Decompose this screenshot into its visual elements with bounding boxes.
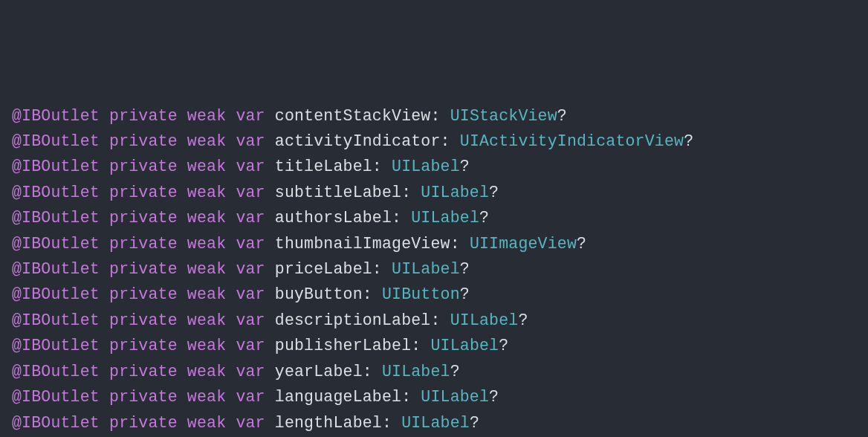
colon: :	[392, 209, 401, 227]
type-name: UILabel	[421, 388, 489, 406]
weak-keyword: weak	[187, 209, 226, 227]
optional-mark: ?	[460, 285, 470, 303]
optional-mark: ?	[479, 209, 489, 227]
variable-name: yearLabel	[275, 363, 363, 381]
weak-keyword: weak	[187, 132, 226, 150]
attribute-token: @IBOutlet	[12, 184, 100, 201]
type-name: UILabel	[430, 337, 499, 355]
code-line: @IBOutlet private weak var descriptionLa…	[12, 308, 868, 333]
type-name: UILabel	[401, 414, 470, 432]
colon: :	[401, 184, 411, 201]
variable-name: buyButton	[275, 285, 363, 303]
variable-name: lengthLabel	[275, 414, 382, 432]
weak-keyword: weak	[187, 414, 226, 432]
var-keyword: var	[236, 209, 265, 227]
code-line: @IBOutlet private weak var activityIndic…	[12, 129, 868, 154]
attribute-token: @IBOutlet	[12, 107, 100, 125]
variable-name: authorsLabel	[275, 209, 392, 227]
weak-keyword: weak	[187, 158, 226, 175]
var-keyword: var	[236, 158, 265, 175]
optional-mark: ?	[460, 158, 470, 175]
var-keyword: var	[236, 414, 265, 432]
code-line: @IBOutlet private weak var authorsLabel:…	[12, 205, 868, 230]
access-keyword: private	[109, 235, 178, 253]
colon: :	[363, 285, 372, 303]
var-keyword: var	[236, 285, 265, 303]
weak-keyword: weak	[187, 285, 226, 303]
attribute-token: @IBOutlet	[12, 388, 100, 406]
attribute-token: @IBOutlet	[12, 363, 100, 381]
access-keyword: private	[109, 209, 178, 227]
variable-name: descriptionLabel	[275, 311, 431, 329]
access-keyword: private	[109, 363, 178, 381]
attribute-token: @IBOutlet	[12, 235, 100, 253]
weak-keyword: weak	[187, 311, 226, 329]
type-name: UILabel	[392, 260, 460, 278]
variable-name: languageLabel	[275, 388, 401, 406]
colon: :	[441, 132, 450, 150]
variable-name: thumbnailImageView	[275, 235, 450, 253]
var-keyword: var	[236, 235, 265, 253]
weak-keyword: weak	[187, 184, 226, 201]
access-keyword: private	[109, 414, 178, 432]
variable-name: publisherLabel	[275, 337, 411, 355]
colon: :	[401, 388, 411, 406]
colon: :	[372, 158, 382, 175]
weak-keyword: weak	[187, 337, 226, 355]
type-name: UIButton	[382, 285, 460, 303]
var-keyword: var	[236, 363, 265, 381]
type-name: UIStackView	[450, 107, 557, 125]
type-name: UILabel	[450, 311, 519, 329]
optional-mark: ?	[489, 184, 499, 201]
code-line: @IBOutlet private weak var thumbnailImag…	[12, 231, 868, 256]
access-keyword: private	[109, 388, 178, 406]
var-keyword: var	[236, 107, 265, 125]
code-line: @IBOutlet private weak var contentStackV…	[12, 103, 868, 129]
variable-name: contentStackView	[275, 107, 431, 125]
optional-mark: ?	[450, 363, 460, 381]
access-keyword: private	[109, 311, 178, 329]
code-line: @IBOutlet private weak var yearLabel: UI…	[12, 359, 868, 384]
variable-name: priceLabel	[275, 260, 372, 278]
optional-mark: ?	[577, 235, 586, 253]
optional-mark: ?	[470, 414, 479, 432]
weak-keyword: weak	[187, 363, 226, 381]
access-keyword: private	[109, 132, 178, 150]
colon: :	[372, 260, 382, 278]
code-line: @IBOutlet private weak var publisherLabe…	[12, 333, 868, 358]
colon: :	[430, 311, 440, 329]
variable-name: subtitleLabel	[275, 184, 401, 201]
var-keyword: var	[236, 260, 265, 278]
access-keyword: private	[109, 158, 178, 175]
code-line: @IBOutlet private weak var languageLabel…	[12, 384, 868, 410]
attribute-token: @IBOutlet	[12, 311, 100, 329]
type-name: UILabel	[392, 158, 460, 175]
type-name: UILabel	[382, 363, 450, 381]
colon: :	[411, 337, 421, 355]
type-name: UILabel	[421, 184, 489, 201]
colon: :	[450, 235, 460, 253]
attribute-token: @IBOutlet	[12, 132, 100, 150]
colon: :	[363, 363, 372, 381]
type-name: UIImageView	[470, 235, 577, 253]
weak-keyword: weak	[187, 235, 226, 253]
access-keyword: private	[109, 184, 178, 201]
optional-mark: ?	[460, 260, 470, 278]
attribute-token: @IBOutlet	[12, 260, 100, 278]
optional-mark: ?	[499, 337, 508, 355]
colon: :	[430, 107, 440, 125]
access-keyword: private	[109, 260, 178, 278]
attribute-token: @IBOutlet	[12, 285, 100, 303]
colon: :	[382, 414, 392, 432]
access-keyword: private	[109, 107, 178, 125]
optional-mark: ?	[557, 107, 567, 125]
optional-mark: ?	[518, 311, 528, 329]
variable-name: titleLabel	[275, 158, 372, 175]
variable-name: activityIndicator	[275, 132, 441, 150]
attribute-token: @IBOutlet	[12, 414, 100, 432]
code-line: @IBOutlet private weak var buyButton: UI…	[12, 282, 868, 307]
type-name: UIActivityIndicatorView	[460, 132, 684, 150]
attribute-token: @IBOutlet	[12, 158, 100, 175]
var-keyword: var	[236, 311, 265, 329]
code-line: @IBOutlet private weak var subtitleLabel…	[12, 180, 868, 205]
